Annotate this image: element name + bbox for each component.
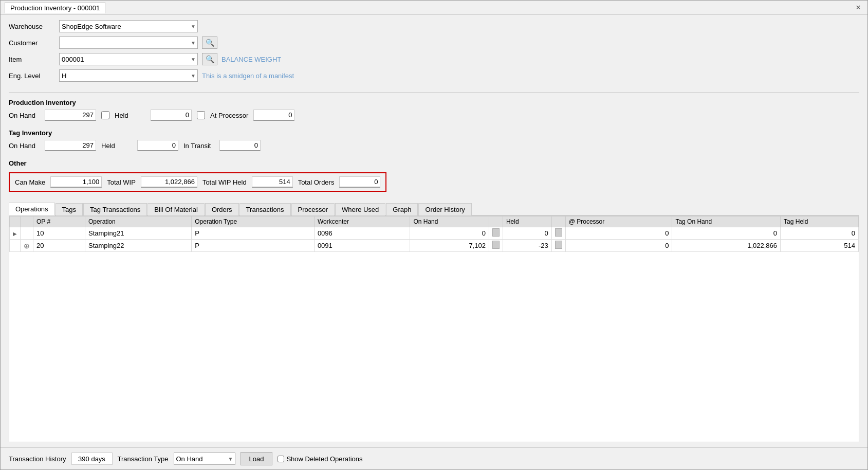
tab-orders[interactable]: Orders — [205, 203, 239, 215]
row1-arrow: ▶ — [10, 227, 21, 240]
tab-graph[interactable]: Graph — [386, 203, 418, 215]
other-section: Other Can Make Total WIP Total WIP Held … — [9, 155, 859, 198]
tab-operations[interactable]: Operations — [9, 203, 55, 215]
operations-table-container: OP # Operation Operation Type Workcenter… — [9, 215, 859, 442]
warehouse-select[interactable]: ShopEdge Software — [59, 20, 198, 32]
row2-held: -23 — [503, 240, 551, 252]
tab-tags[interactable]: Tags — [56, 203, 83, 215]
tab-bill-of-material[interactable]: Bill Of Material — [147, 203, 205, 215]
col-tag-held: Tag Held — [781, 216, 859, 227]
separator-1 — [9, 92, 859, 93]
can-make-input[interactable] — [50, 176, 102, 188]
other-box: Can Make Total WIP Total WIP Held Total … — [9, 172, 386, 192]
manifest-text[interactable]: This is a smidgen of a manifest — [202, 72, 294, 80]
balance-weight-link[interactable]: BALANCE WEIGHT — [221, 56, 281, 63]
row1-held: 0 — [503, 227, 551, 240]
total-orders-input[interactable] — [339, 176, 380, 188]
tab-processor[interactable]: Processor — [291, 203, 335, 215]
operations-table-body: ▶ 10 Stamping21 P 0096 0 0 0 0 0 — [10, 227, 859, 252]
prod-on-hand-input[interactable] — [45, 110, 96, 121]
row2-op-num: 20 — [33, 240, 85, 252]
other-title: Other — [9, 159, 859, 167]
prod-on-hand-checkbox[interactable] — [101, 111, 109, 119]
row2-workcenter: 0091 — [314, 240, 410, 252]
title-bar: Production Inventory - 000001 × — [1, 1, 867, 15]
tag-on-hand-label: On Hand — [9, 142, 40, 150]
table-row[interactable]: ▶ 10 Stamping21 P 0096 0 0 0 0 0 — [10, 227, 859, 240]
eng-level-label: Eng. Level — [9, 72, 55, 80]
col-workcenter: Workcenter — [314, 216, 410, 227]
row2-tag-on-hand: 1,022,866 — [672, 240, 781, 252]
tab-order-history[interactable]: Order History — [418, 203, 471, 215]
load-button[interactable]: Load — [241, 452, 273, 465]
eng-level-select-wrapper: H — [59, 69, 198, 82]
transaction-history-label: Transaction History — [9, 455, 66, 463]
row1-operation: Stamping21 — [85, 227, 191, 240]
form-section: Warehouse ShopEdge Software Customer 🔍 — [9, 20, 859, 86]
prod-held-checkbox[interactable] — [197, 111, 205, 119]
tab-tag-transactions[interactable]: Tag Transactions — [83, 203, 147, 215]
row2-operation-type: P — [192, 240, 315, 252]
row1-on-hand: 0 — [410, 227, 489, 240]
transaction-type-select[interactable]: On Hand Held In Transit — [174, 453, 235, 465]
col-op-num: OP # — [33, 216, 85, 227]
row1-on-hand-scroll[interactable] — [489, 227, 503, 240]
row2-operation: Stamping22 — [85, 240, 191, 252]
row2-at-processor: 0 — [565, 240, 672, 252]
prod-held-input[interactable] — [151, 110, 192, 121]
tab-where-used[interactable]: Where Used — [335, 203, 385, 215]
customer-search-button[interactable]: 🔍 — [202, 37, 217, 49]
row1-plus — [21, 227, 33, 240]
transaction-history-input[interactable] — [71, 453, 113, 465]
col-tag-on-hand: Tag On Hand — [672, 216, 781, 227]
tab-transactions[interactable]: Transactions — [239, 203, 291, 215]
tag-held-input[interactable] — [137, 140, 178, 151]
item-select-wrapper: 000001 — [59, 53, 198, 65]
col-plus — [21, 216, 33, 227]
production-inventory-section: Production Inventory On Hand Held At Pro… — [9, 95, 859, 121]
title-tab[interactable]: Production Inventory - 000001 — [5, 2, 105, 13]
operations-table: OP # Operation Operation Type Workcenter… — [9, 216, 859, 252]
customer-label: Customer — [9, 39, 55, 47]
item-select[interactable]: 000001 — [59, 53, 198, 65]
tag-inventory-row: On Hand Held In Transit — [9, 140, 859, 151]
warehouse-select-wrapper: ShopEdge Software — [59, 20, 198, 32]
row1-operation-type: P — [192, 227, 315, 240]
close-button[interactable]: × — [853, 3, 863, 13]
item-search-button[interactable]: 🔍 — [202, 53, 217, 65]
transaction-type-label: Transaction Type — [118, 455, 169, 463]
production-inventory-row: On Hand Held At Processor — [9, 110, 859, 121]
row1-held-scroll[interactable] — [551, 227, 565, 240]
col-arrow — [10, 216, 21, 227]
prod-at-processor-label: At Processor — [210, 112, 248, 119]
total-wip-input[interactable] — [141, 176, 197, 188]
row1-tag-on-hand: 0 — [672, 227, 781, 240]
prod-at-processor-input[interactable] — [253, 110, 294, 121]
customer-select[interactable] — [59, 37, 198, 49]
row1-workcenter: 0096 — [314, 227, 410, 240]
total-wip-held-input[interactable] — [252, 176, 293, 188]
show-deleted-checkbox[interactable] — [278, 456, 284, 462]
tag-inventory-section: Tag Inventory On Hand Held In Transit — [9, 125, 859, 151]
item-row: Item 000001 🔍 BALANCE WEIGHT — [9, 53, 859, 65]
row1-tag-held: 0 — [781, 227, 859, 240]
col-operation: Operation — [85, 216, 191, 227]
tabs-bar: Operations Tags Tag Transactions Bill Of… — [9, 202, 859, 215]
row2-plus: ⊕ — [21, 240, 33, 252]
can-make-label: Can Make — [15, 178, 45, 186]
row1-at-processor: 0 — [565, 227, 672, 240]
row2-on-hand-scroll[interactable] — [489, 240, 503, 252]
prod-held-label: Held — [115, 112, 145, 119]
table-row[interactable]: ⊕ 20 Stamping22 P 0091 7,102 -23 0 1,022… — [10, 240, 859, 252]
bottom-bar: Transaction History Transaction Type On … — [1, 447, 867, 469]
warehouse-label: Warehouse — [9, 23, 55, 30]
table-header-row: OP # Operation Operation Type Workcenter… — [10, 216, 859, 227]
row2-held-scroll[interactable] — [551, 240, 565, 252]
row1-op-num: 10 — [33, 227, 85, 240]
tag-inventory-title: Tag Inventory — [9, 129, 859, 137]
eng-level-row: Eng. Level H This is a smidgen of a mani… — [9, 69, 859, 82]
tag-in-transit-input[interactable] — [219, 140, 261, 151]
tag-on-hand-input[interactable] — [45, 140, 96, 151]
show-deleted-label[interactable]: Show Deleted Operations — [278, 455, 362, 463]
eng-level-select[interactable]: H — [59, 69, 198, 82]
